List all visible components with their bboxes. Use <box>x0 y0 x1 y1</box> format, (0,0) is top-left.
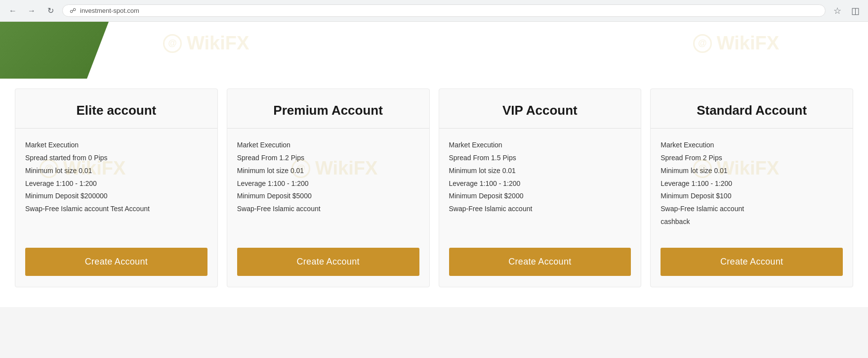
card-body-vip: Market ExecutionSpread From 1.5 PipsMini… <box>439 129 641 240</box>
feature-item-vip-1: Spread From 1.5 Pips <box>449 152 631 164</box>
feature-item-elite-3: Leverage 1:100 - 1:200 <box>25 178 207 190</box>
card-header-elite: Elite account <box>15 89 217 129</box>
feature-item-vip-4: Minimum Deposit $2000 <box>449 190 631 202</box>
wikifx-circle-icon-r: @ <box>693 34 712 53</box>
feature-item-premium-5: Swap-Free Islamic account <box>237 203 419 215</box>
banner-watermark-overlay: @ WikiFX @ WikiFX <box>0 22 868 79</box>
feature-item-elite-4: Minimum Deposit $200000 <box>25 190 207 202</box>
card-footer-standard: Create Account <box>651 240 853 287</box>
card-title-standard: Standard Account <box>661 103 843 118</box>
account-card-vip: VIP AccountMarket ExecutionSpread From 1… <box>439 89 642 287</box>
wikifx-circle-icon: @ <box>163 34 182 53</box>
account-cards-grid: Elite accountMarket ExecutionSpread star… <box>15 89 853 287</box>
account-card-elite: Elite accountMarket ExecutionSpread star… <box>15 89 218 287</box>
feature-item-vip-3: Leverage 1:100 - 1:200 <box>449 178 631 190</box>
lock-icon: ☍ <box>70 7 76 14</box>
card-body-standard: Market ExecutionSpread From 2 PipsMinimu… <box>651 129 853 240</box>
feature-item-standard-0: Market Execution <box>661 139 843 151</box>
feature-item-standard-7: cashback <box>661 216 843 228</box>
account-card-standard: Standard AccountMarket ExecutionSpread F… <box>650 89 853 287</box>
feature-item-elite-0: Market Execution <box>25 139 207 151</box>
reload-button[interactable]: ↻ <box>43 4 57 18</box>
bookmark-button[interactable]: ☆ <box>830 4 844 18</box>
card-header-premium: Premium Account <box>227 89 429 129</box>
cards-section: @ WikiFX @ WikiFX @ WikiFX Elite account… <box>0 79 868 307</box>
address-bar[interactable]: ☍ investment-spot.com <box>62 4 826 17</box>
feature-item-premium-0: Market Execution <box>237 139 419 151</box>
card-title-premium: Premium Account <box>237 103 419 118</box>
feature-item-vip-0: Market Execution <box>449 139 631 151</box>
card-footer-premium: Create Account <box>227 240 429 287</box>
feature-item-standard-3: Leverage 1:100 - 1:200 <box>661 178 843 190</box>
card-header-standard: Standard Account <box>651 89 853 129</box>
card-body-elite: Market ExecutionSpread started from 0 Pi… <box>15 129 217 240</box>
feature-item-vip-5: Swap-Free Islamic account <box>449 203 631 215</box>
feature-item-standard-2: Minimum lot size 0.01 <box>661 165 843 177</box>
account-card-premium: Premium AccountMarket ExecutionSpread Fr… <box>227 89 430 287</box>
top-banner: @ WikiFX @ WikiFX <box>0 22 868 79</box>
browser-toolbar: ← → ↻ ☍ investment-spot.com ☆ ◫ <box>0 0 868 22</box>
feature-item-elite-2: Minimum lot size 0.01 <box>25 165 207 177</box>
back-button[interactable]: ← <box>6 4 20 18</box>
create-account-button-premium[interactable]: Create Account <box>237 248 419 276</box>
wikifx-watermark-right: @ WikiFX <box>693 33 779 54</box>
wikifx-watermark-center: @ WikiFX <box>163 33 249 54</box>
create-account-button-vip[interactable]: Create Account <box>449 248 631 276</box>
feature-item-premium-3: Leverage 1:100 - 1:200 <box>237 178 419 190</box>
wikifx-watermark-label-r: WikiFX <box>717 33 779 54</box>
extensions-button[interactable]: ◫ <box>848 4 862 18</box>
card-footer-vip: Create Account <box>439 240 641 287</box>
feature-item-standard-4: Minimum Deposit $100 <box>661 190 843 202</box>
feature-item-premium-4: Minimum Deposit $5000 <box>237 190 419 202</box>
card-title-elite: Elite account <box>25 103 207 118</box>
feature-item-premium-2: Minimum lot size 0.01 <box>237 165 419 177</box>
card-body-premium: Market ExecutionSpread From 1.2 PipsMini… <box>227 129 429 240</box>
card-header-vip: VIP Account <box>439 89 641 129</box>
feature-item-standard-5: Swap-Free Islamic account <box>661 203 843 215</box>
url-text: investment-spot.com <box>80 7 139 14</box>
feature-item-elite-1: Spread started from 0 Pips <box>25 152 207 164</box>
page-content: @ WikiFX @ WikiFX @ WikiFX @ WikiFX @ Wi… <box>0 22 868 307</box>
feature-item-vip-2: Minimum lot size 0.01 <box>449 165 631 177</box>
wikifx-watermark-label: WikiFX <box>187 33 249 54</box>
green-logo-shape <box>0 22 109 79</box>
create-account-button-elite[interactable]: Create Account <box>25 248 207 276</box>
feature-item-standard-1: Spread From 2 Pips <box>661 152 843 164</box>
create-account-button-standard[interactable]: Create Account <box>661 248 843 276</box>
card-footer-elite: Create Account <box>15 240 217 287</box>
browser-actions: ☆ ◫ <box>830 4 862 18</box>
card-title-vip: VIP Account <box>449 103 631 118</box>
feature-item-premium-1: Spread From 1.2 Pips <box>237 152 419 164</box>
forward-button[interactable]: → <box>25 4 39 18</box>
feature-item-elite-5: Swap-Free Islamic account Test Account <box>25 203 207 215</box>
